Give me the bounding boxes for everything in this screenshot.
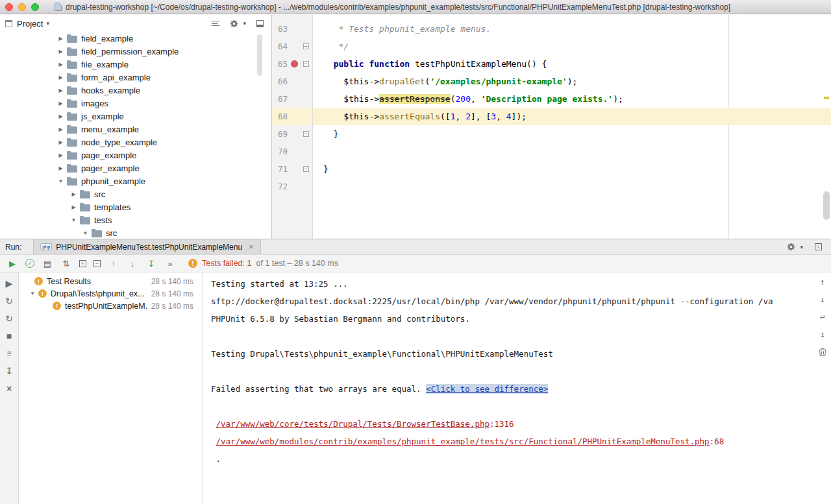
tree-item-tests-src[interactable]: ▼src xyxy=(0,226,271,239)
folder-icon xyxy=(80,216,90,224)
code-line-71[interactable]: } xyxy=(313,160,831,178)
chevron-down-icon[interactable]: ▼ xyxy=(82,230,89,236)
code-line-63[interactable]: * Tests phpunit_example menus. xyxy=(313,20,831,38)
stacktrace-file-link[interactable]: /var/www/web/modules/contrib/examples/ph… xyxy=(216,437,710,446)
import-test-results-icon[interactable]: ↧ xyxy=(145,258,157,269)
toggle-auto-test-button[interactable]: ↻ xyxy=(3,313,15,324)
code-line-67[interactable]: $this->assertResponse(200, 'Description … xyxy=(313,90,831,108)
code-line-72[interactable] xyxy=(313,178,831,195)
code-token: */ xyxy=(323,42,349,51)
chevron-right-icon[interactable]: ▶ xyxy=(57,62,64,67)
clear-console-button[interactable] xyxy=(816,345,829,358)
next-failed-test-button[interactable]: ↓ xyxy=(127,258,138,269)
tree-item-images[interactable]: ▶images xyxy=(0,97,271,110)
export-test-results-button[interactable]: ↧ xyxy=(3,365,15,377)
tree-item-node-type-example[interactable]: ▶node_type_example xyxy=(0,136,271,149)
editor-code-area[interactable]: * Tests phpunit_example menus. */ public… xyxy=(313,15,831,239)
tree-item-file-example[interactable]: ▶file_example xyxy=(0,58,271,71)
test-console[interactable]: Testing started at 13:25 ... sftp://dock… xyxy=(203,272,831,504)
editor-scrollbar[interactable] xyxy=(823,191,830,220)
see-difference-link[interactable]: <Click to see difference> xyxy=(426,384,548,394)
fold-icon[interactable]: − xyxy=(303,166,309,172)
chevron-down-icon[interactable]: ▼ xyxy=(57,178,64,184)
collapse-all-icon[interactable] xyxy=(212,21,219,26)
soft-wrap-toggle[interactable]: ↩ xyxy=(816,310,829,323)
code-line-69[interactable]: } xyxy=(313,125,831,143)
chevron-right-icon[interactable]: ▶ xyxy=(57,139,64,145)
previous-failed-test-button[interactable]: ↑ xyxy=(108,258,119,269)
chevron-right-icon[interactable]: ▶ xyxy=(57,114,64,119)
tree-item-menu-example[interactable]: ▶menu_example xyxy=(0,123,271,136)
code-line-68-current[interactable]: $this->assertEquals([1, 2], [3, 4]); xyxy=(313,108,831,125)
test-failed-icon: ! xyxy=(38,289,47,298)
tree-item-field-example[interactable]: ▶field_example xyxy=(0,32,271,45)
hide-panel-icon[interactable] xyxy=(256,20,264,27)
hide-passed-toggle[interactable]: ✓ xyxy=(25,259,34,268)
scroll-up-button[interactable]: ↑ xyxy=(816,275,829,288)
chevron-right-icon[interactable]: ▶ xyxy=(70,204,77,210)
console-right-toolbar: ↑ ↓ ↩ ↧ xyxy=(816,275,829,358)
chevron-right-icon[interactable]: ▶ xyxy=(57,75,64,80)
show-passed-panel-icon[interactable]: ▤ xyxy=(42,258,53,269)
test-method-row[interactable]: ! testPhpUnitExampleM... 28 s 140 ms xyxy=(19,300,203,312)
code-line-65[interactable]: public function testPhpUnitExampleMenu()… xyxy=(313,55,831,73)
run-tab[interactable]: php PHPUnitExampleMenuTest.testPhpUnitEx… xyxy=(33,239,260,254)
chevron-right-icon[interactable]: ▶ xyxy=(57,165,64,171)
test-results-root-row[interactable]: ! Test Results 28 s 140 ms xyxy=(19,275,203,287)
tree-item-templates[interactable]: ▶templates xyxy=(0,200,271,213)
dock-window-icon[interactable]: ↓ xyxy=(815,243,822,250)
tree-item-js-example[interactable]: ▶js_example xyxy=(0,110,271,123)
tree-item-pager-example[interactable]: ▶pager_example xyxy=(0,162,271,174)
fold-icon[interactable]: − xyxy=(303,61,309,67)
chevron-down-icon[interactable]: ▼ xyxy=(70,217,77,223)
tree-item-hooks-example[interactable]: ▶hooks_example xyxy=(0,84,271,97)
fold-icon[interactable]: − xyxy=(303,131,309,137)
tree-item-field-permission-example[interactable]: ▶field_permission_example xyxy=(0,45,271,58)
chevron-right-icon[interactable]: ▶ xyxy=(57,49,64,54)
code-line-64[interactable]: */ xyxy=(313,38,831,55)
zoom-window-button[interactable] xyxy=(31,3,39,11)
test-suite-row[interactable]: ▼ ! Drupal\Tests\phpunit_ex... 28 s 140 … xyxy=(19,287,203,300)
project-tool-button[interactable]: Project xyxy=(17,19,43,29)
chevron-down-icon[interactable]: ▼ xyxy=(29,291,36,296)
settings-gear-icon[interactable]: ▾ xyxy=(787,243,803,251)
minimize-window-button[interactable] xyxy=(18,3,26,11)
code-token: , xyxy=(496,112,506,121)
toolbar-overflow-chevron[interactable]: » xyxy=(164,258,176,269)
project-scrollbar[interactable] xyxy=(257,34,262,76)
code-line-66[interactable]: $this->drupalGet('/examples/phpunit-exam… xyxy=(313,73,831,90)
stop-button[interactable]: ■ xyxy=(3,330,15,342)
tree-item-tests[interactable]: ▼tests xyxy=(0,213,271,226)
code-token: ], [ xyxy=(471,112,491,121)
scroll-down-button[interactable]: ↓ xyxy=(816,293,829,306)
close-window-button[interactable] xyxy=(5,3,13,11)
rerun-button[interactable]: ▶ xyxy=(3,278,15,289)
tree-item-label: page_example xyxy=(81,150,136,160)
chevron-right-icon[interactable]: ▶ xyxy=(57,126,64,132)
warning-stripe-mark[interactable] xyxy=(824,97,829,99)
tree-item-phpunit-example[interactable]: ▼phpunit_example xyxy=(0,174,271,187)
tree-item-label: images xyxy=(81,99,108,108)
rerun-failed-tests-button[interactable]: ↻ xyxy=(3,295,15,307)
settings-gear-icon[interactable]: ▾ xyxy=(230,19,246,28)
collapse-all-button[interactable]: − xyxy=(93,260,101,267)
tree-item-src[interactable]: ▶src xyxy=(0,187,271,200)
chevron-right-icon[interactable]: ▶ xyxy=(57,101,64,106)
chevron-right-icon[interactable]: ▶ xyxy=(57,36,64,42)
tree-item-form-api-example[interactable]: ▶form_api_example xyxy=(0,71,271,84)
close-tab-icon[interactable]: × xyxy=(249,242,254,252)
code-line-70[interactable] xyxy=(313,143,831,160)
expand-all-button[interactable]: + xyxy=(79,260,86,267)
rerun-test-button[interactable]: ▶ xyxy=(6,258,18,269)
scroll-to-end-button[interactable]: ↧ xyxy=(816,328,829,341)
breakpoint-icon[interactable] xyxy=(291,60,298,67)
chevron-right-icon[interactable]: ▶ xyxy=(57,152,64,158)
fold-icon[interactable]: − xyxy=(303,43,309,49)
close-run-window-button[interactable]: × xyxy=(3,383,15,394)
chevron-right-icon[interactable]: ▶ xyxy=(70,191,77,197)
chevron-down-icon[interactable]: ▾ xyxy=(46,20,49,27)
tree-item-page-example[interactable]: ▶page_example xyxy=(0,149,271,162)
chevron-right-icon[interactable]: ▶ xyxy=(57,88,64,93)
sort-by-duration-toggle[interactable]: ⇅ xyxy=(60,258,72,269)
stacktrace-file-link[interactable]: /var/www/web/core/tests/Drupal/Tests/Bro… xyxy=(216,419,490,429)
